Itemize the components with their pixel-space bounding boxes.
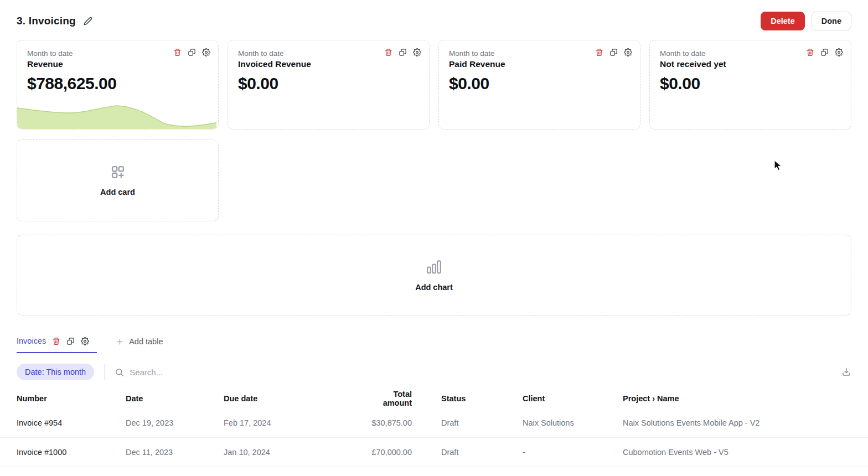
- card-paid-revenue[interactable]: Month to date Paid Revenue $0.00: [438, 40, 640, 130]
- card-value: $0.00: [449, 74, 630, 93]
- invoice-status: Draft: [441, 448, 523, 457]
- table-header-row: Number Date Due date Total amount Status…: [0, 389, 868, 408]
- add-chart-label: Add chart: [415, 283, 453, 292]
- column-header-project-name: Project › Name: [623, 394, 868, 403]
- bar-chart-icon: [426, 258, 442, 275]
- table-toolbar: Date: This month: [17, 362, 851, 382]
- invoice-number: Invoice #1000: [17, 448, 126, 457]
- page-header: 3. Invoicing Delete Done: [0, 0, 868, 34]
- tab-invoices-label: Invoices: [17, 337, 46, 345]
- invoices-table: Number Date Due date Total amount Status…: [0, 389, 868, 467]
- delete-button[interactable]: Delete: [761, 12, 805, 31]
- card-value: $0.00: [238, 74, 419, 93]
- card-value: $0.00: [660, 74, 841, 93]
- gear-icon[interactable]: [624, 48, 632, 56]
- date-filter-chip[interactable]: Date: This month: [17, 364, 94, 381]
- invoice-project: Cubomotion Events Web - V5: [623, 448, 868, 457]
- invoice-client: -: [523, 448, 623, 457]
- card-value: $788,625.00: [27, 74, 208, 93]
- invoice-client: Naix Solutions: [523, 418, 623, 427]
- gear-icon[interactable]: [202, 48, 210, 56]
- copy-icon[interactable]: [820, 48, 829, 56]
- column-header-client: Client: [523, 394, 623, 403]
- page-title: 3. Invoicing: [17, 15, 76, 27]
- toolbar-divider: [104, 364, 105, 380]
- card-revenue[interactable]: Month to date Revenue $788,625.00: [17, 40, 219, 130]
- table-row[interactable]: Invoice #954 Dec 19, 2023 Feb 17, 2024 $…: [0, 408, 868, 438]
- plus-icon: [116, 338, 124, 346]
- card-title: Invoiced Revenue: [238, 59, 419, 69]
- table-tabs: Invoices Add table: [17, 337, 851, 353]
- column-header-number: Number: [17, 394, 126, 403]
- search-icon: [115, 368, 124, 377]
- copy-icon[interactable]: [66, 337, 75, 345]
- invoice-date: Dec 19, 2023: [126, 418, 224, 427]
- add-table-label: Add table: [129, 337, 163, 346]
- copy-icon[interactable]: [399, 48, 407, 56]
- invoice-status: Draft: [441, 418, 523, 427]
- copy-icon[interactable]: [609, 48, 618, 56]
- card-title: Revenue: [27, 59, 208, 69]
- done-button[interactable]: Done: [812, 12, 851, 31]
- invoice-due-date: Jan 10, 2024: [224, 448, 363, 457]
- search-input[interactable]: [130, 368, 296, 377]
- card-title: Paid Revenue: [449, 59, 630, 69]
- download-icon[interactable]: [841, 367, 851, 377]
- trash-icon[interactable]: [384, 48, 392, 56]
- copy-icon[interactable]: [188, 48, 196, 56]
- add-chart-button[interactable]: Add chart: [17, 235, 851, 315]
- add-table-button[interactable]: Add table: [116, 337, 163, 346]
- column-header-date: Date: [126, 394, 224, 403]
- trash-icon[interactable]: [595, 48, 603, 56]
- invoice-total: $30,875.00: [363, 418, 441, 427]
- edit-title-icon[interactable]: [84, 17, 92, 25]
- card-invoiced-revenue[interactable]: Month to date Invoiced Revenue $0.00: [228, 40, 430, 130]
- trash-icon[interactable]: [173, 48, 182, 56]
- card-not-received[interactable]: Month to date Not received yet $0.00: [649, 40, 851, 130]
- card-title: Not received yet: [660, 59, 841, 69]
- column-header-due-date: Due date: [224, 394, 363, 403]
- add-card-label: Add card: [100, 188, 135, 196]
- add-card-row: Add card: [17, 139, 851, 221]
- invoice-total: £70,000.00: [363, 448, 441, 457]
- invoice-date: Dec 11, 2023: [126, 448, 224, 457]
- table-row[interactable]: Invoice #1000 Dec 11, 2023 Jan 10, 2024 …: [0, 438, 868, 467]
- invoice-due-date: Feb 17, 2024: [224, 418, 363, 427]
- trash-icon[interactable]: [52, 337, 60, 345]
- column-header-total-amount: Total amount: [363, 390, 441, 407]
- tab-invoices[interactable]: Invoices: [17, 337, 97, 353]
- grid-plus-icon: [110, 164, 126, 180]
- add-card-button[interactable]: Add card: [17, 139, 219, 221]
- gear-icon[interactable]: [835, 48, 843, 56]
- gear-icon[interactable]: [413, 48, 421, 56]
- gear-icon[interactable]: [81, 337, 89, 345]
- metric-cards-row: Month to date Revenue $788,625.00 Month …: [17, 40, 851, 130]
- invoice-project: Naix Solutions Events Mobile App - V2: [623, 418, 868, 427]
- trash-icon[interactable]: [806, 48, 814, 56]
- invoice-number: Invoice #954: [17, 418, 126, 427]
- revenue-sparkline: [17, 101, 216, 129]
- column-header-status: Status: [441, 394, 523, 403]
- search-box: [115, 368, 841, 377]
